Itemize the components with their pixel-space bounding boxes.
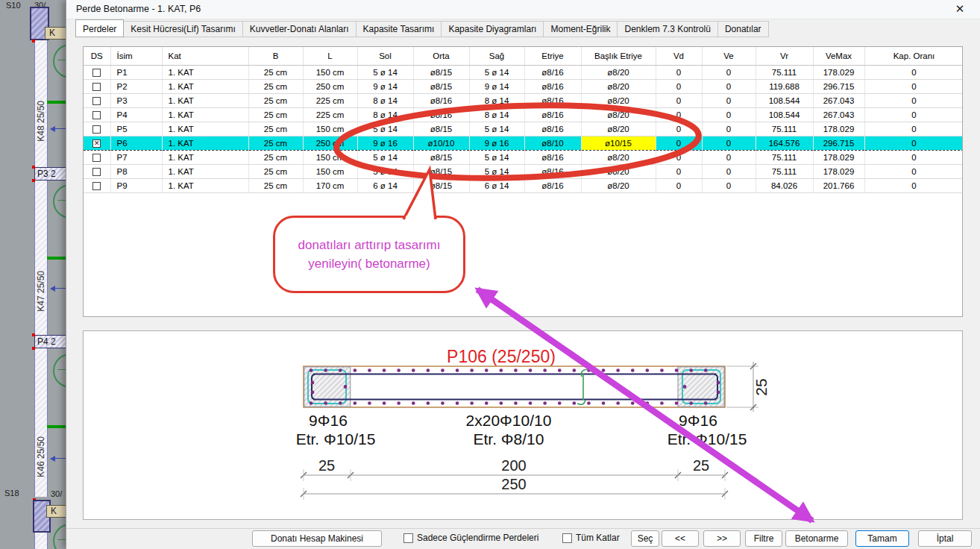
- next-button[interactable]: >>: [703, 530, 741, 547]
- data-cell: 267.043: [813, 93, 864, 107]
- ok-button[interactable]: Tamam: [855, 530, 909, 547]
- row-checkbox[interactable]: [84, 79, 110, 93]
- data-cell: 0: [702, 79, 756, 93]
- tab-kapasite-diyagramları[interactable]: Kapasite Diyagramları: [442, 21, 544, 37]
- data-cell: 1. KAT: [162, 93, 248, 107]
- data-cell: 150 cm: [303, 150, 357, 164]
- data-cell: 8 ø 14: [357, 107, 413, 122]
- data-cell: 75.111: [756, 164, 813, 178]
- table-row-p9[interactable]: P91. KAT25 cm170 cm6 ø 14ø8/156 ø 14ø8/1…: [84, 178, 963, 192]
- data-cell: ø8/15: [413, 79, 469, 93]
- right-stirrup-label: Etr. Φ10/15: [668, 430, 747, 448]
- row-checkbox[interactable]: ✕: [84, 136, 110, 150]
- data-cell: 9 ø 16: [357, 136, 413, 150]
- checkbox-box[interactable]: [403, 533, 413, 543]
- data-cell: 150 cm: [303, 122, 357, 136]
- data-cell: 6 ø 14: [357, 178, 413, 192]
- data-cell: ø8/20: [581, 164, 656, 178]
- table-row-p5[interactable]: P51. KAT25 cm150 cm5 ø 14ø8/155 ø 14ø8/1…: [84, 122, 963, 136]
- data-cell: 0: [656, 136, 702, 150]
- wall-section-panel: P106 (25/250) 25: [83, 330, 963, 520]
- data-cell: 5 ø 14: [469, 164, 524, 178]
- data-cell: 75.111: [756, 65, 813, 79]
- wall-tag-p4: P4 2: [34, 335, 67, 348]
- tab-moment-eğrilik[interactable]: Moment-Eğrilik: [544, 21, 618, 37]
- data-cell: 25 cm: [248, 178, 303, 192]
- data-cell: 0: [656, 122, 702, 136]
- data-cell: ø8/20: [581, 93, 656, 107]
- data-cell: 0: [656, 150, 702, 164]
- betonarme-button[interactable]: Betonarme: [785, 530, 848, 547]
- row-checkbox[interactable]: [84, 65, 110, 79]
- data-cell: 178.029: [813, 122, 864, 136]
- data-cell: 5 ø 14: [469, 65, 524, 79]
- rebar-calculator-button[interactable]: Donatı Hesap Makinesi: [252, 530, 382, 547]
- data-cell: 1. KAT: [162, 65, 248, 79]
- tab-bar: PerdelerKesit Hücresi(Lif) TasarımıKuvve…: [75, 22, 769, 37]
- beam-label-k47: K47 25/50: [36, 271, 47, 312]
- data-cell: ø8/16: [524, 107, 581, 122]
- table-row-p8[interactable]: P81. KAT25 cm150 cm5 ø 14ø8/155 ø 14ø8/1…: [84, 164, 963, 178]
- data-cell: 0: [702, 93, 756, 107]
- column-label-s18: S18: [4, 489, 19, 498]
- tab-donatılar[interactable]: Donatılar: [718, 21, 769, 37]
- data-cell: 0: [702, 178, 756, 192]
- tab-kapasite-tasarımı[interactable]: Kapasite Tasarımı: [356, 21, 442, 37]
- dialog-titlebar: Perde Betonarme - 1. KAT, P6 ✕: [66, 0, 980, 19]
- checkbox-box[interactable]: [562, 533, 572, 543]
- data-cell: ø8/16: [524, 93, 581, 107]
- tab-denklem-7-3-kontrolü[interactable]: Denklem 7.3 Kontrolü: [618, 21, 717, 37]
- data-cell: ø8/10: [524, 136, 581, 150]
- data-cell: 150 cm: [303, 164, 357, 178]
- data-cell: 1. KAT: [162, 178, 248, 192]
- tab-perdeler[interactable]: Perdeler: [75, 19, 124, 37]
- row-checkbox[interactable]: [84, 164, 110, 178]
- dim-mid: 200: [501, 457, 526, 474]
- close-icon[interactable]: ✕: [952, 2, 968, 17]
- cancel-button[interactable]: İptal: [918, 530, 972, 547]
- tab-kesit-hücresi-lif-tasarımı[interactable]: Kesit Hücresi(Lif) Tasarımı: [124, 21, 242, 37]
- data-cell: 25 cm: [248, 107, 303, 122]
- data-cell: 1. KAT: [162, 79, 248, 93]
- beam-strip-bottom: [34, 531, 48, 549]
- data-cell: 25 cm: [248, 93, 303, 107]
- wall-name-cell: P1: [110, 65, 162, 79]
- row-checkbox[interactable]: [84, 122, 110, 136]
- data-cell: ø8/15: [413, 150, 469, 164]
- wall-name-cell: P5: [110, 122, 162, 136]
- table-row-p7[interactable]: P71. KAT25 cm150 cm5 ø 14ø8/155 ø 14ø8/1…: [84, 150, 963, 164]
- select-button[interactable]: Seç: [631, 530, 659, 547]
- wall-section-drawing: P106 (25/250) 25: [84, 331, 962, 519]
- table-row-p2[interactable]: P21. KAT25 cm250 cm9 ø 14ø8/159 ø 14ø8/1…: [84, 79, 963, 93]
- data-cell: ø8/20: [581, 65, 656, 79]
- column-header: Sağ: [469, 47, 524, 65]
- row-checkbox[interactable]: [84, 93, 110, 107]
- walls-table-panel: DSİsimKatBLSolOrtaSağEtriyeBaşlık Etriye…: [83, 46, 963, 317]
- wall-name-cell: P4: [110, 107, 162, 122]
- data-cell: 9 ø 14: [469, 79, 524, 93]
- data-cell: 0: [864, 150, 963, 164]
- table-row-p4[interactable]: P41. KAT25 cm225 cm8 ø 14ø8/168 ø 14ø8/1…: [84, 107, 963, 122]
- table-row-p3[interactable]: P31. KAT25 cm225 cm8 ø 14ø8/168 ø 14ø8/1…: [84, 93, 963, 107]
- dialog-footer: Donatı Hesap Makinesi Sadece Güçlendirme…: [66, 528, 980, 549]
- column-header: VeMax: [813, 47, 864, 65]
- filter-button[interactable]: Filtre: [745, 530, 782, 547]
- column-header: Başlık Etriye: [581, 47, 656, 65]
- wall-name-cell: P8: [110, 164, 162, 178]
- only-strengthening-checkbox[interactable]: Sadece Güçlendirme Perdeleri: [403, 533, 538, 543]
- wall-table-body: P11. KAT25 cm150 cm5 ø 14ø8/155 ø 14ø8/1…: [84, 65, 963, 192]
- data-cell: ø8/16: [524, 164, 581, 178]
- table-row-p1[interactable]: P11. KAT25 cm150 cm5 ø 14ø8/155 ø 14ø8/1…: [84, 65, 963, 79]
- callout-line-1: donatıları arttırıp tasarımı: [275, 236, 463, 254]
- row-checkbox[interactable]: [84, 107, 110, 122]
- all-floors-checkbox[interactable]: Tüm Katlar: [562, 533, 620, 543]
- dim-height: 25: [753, 378, 770, 395]
- data-cell: 0: [656, 164, 702, 178]
- data-cell: 1. KAT: [162, 150, 248, 164]
- data-cell: 225 cm: [303, 107, 357, 122]
- table-row-p6[interactable]: ✕P61. KAT25 cm250 cm9 ø 16ø10/109 ø 16ø8…: [84, 136, 963, 150]
- row-checkbox[interactable]: [84, 178, 110, 192]
- prev-button[interactable]: <<: [662, 530, 699, 547]
- row-checkbox[interactable]: [84, 150, 110, 164]
- tab-kuvvetler-donatı-alanları[interactable]: Kuvvetler-Donatı Alanları: [243, 21, 356, 37]
